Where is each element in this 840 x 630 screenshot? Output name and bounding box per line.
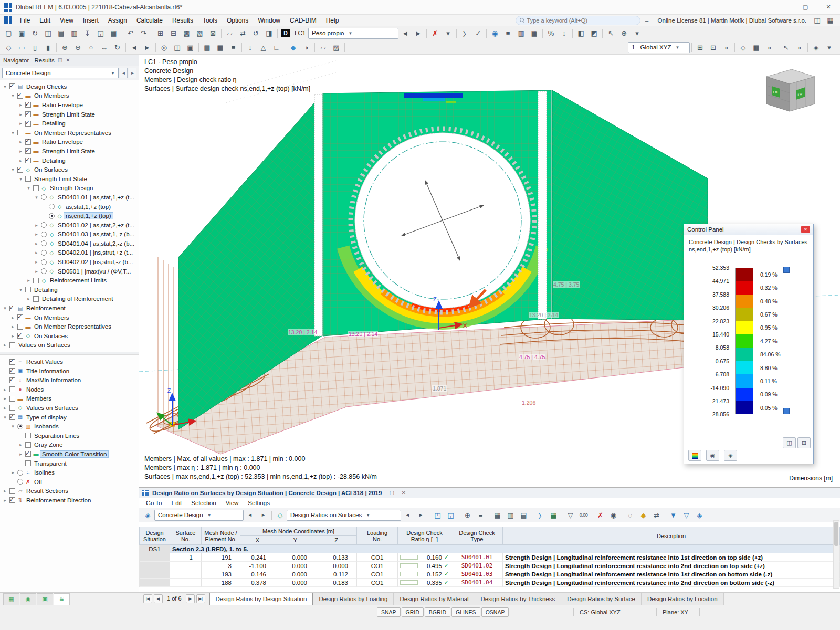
expander-open-icon[interactable]: ▾ <box>2 415 8 420</box>
tree-item-separation-lines[interactable]: Separation Lines <box>0 431 139 440</box>
checkbox[interactable] <box>9 83 15 89</box>
tree-item-design-checks[interactable]: ▾▤Design Checks <box>0 82 139 91</box>
tab-design-ratios-by-design-situation[interactable]: Design Ratios by Design Situation <box>209 593 313 605</box>
notes-icon[interactable]: ▧ <box>193 27 206 39</box>
tree-item-strength-limit-state[interactable]: ▸▬Strength Limit State <box>0 146 139 156</box>
checkbox[interactable] <box>25 111 31 117</box>
checkbox[interactable] <box>25 176 31 182</box>
checkbox[interactable] <box>9 368 15 374</box>
table-view-icon[interactable]: ▦ <box>491 509 504 521</box>
tree-item-type-of-display[interactable]: ▾▦Type of display <box>0 413 139 422</box>
report-composer-icon[interactable]: ▩ <box>180 27 193 39</box>
table-section-row[interactable]: DS1Section 2.3 (LRFD), 1. to 5. <box>139 545 840 553</box>
work-plane-icon[interactable]: ⊡ <box>707 41 720 53</box>
more-view-tools-icon[interactable]: ▾ <box>823 41 836 53</box>
expander-closed-icon[interactable]: ▸ <box>2 387 8 392</box>
tree-item-on-member-representatives[interactable]: ▾▬On Member Representatives <box>0 128 139 138</box>
checkbox[interactable] <box>17 130 23 135</box>
menu-window[interactable]: Window <box>253 15 285 26</box>
tab-design-ratios-by-location[interactable]: Design Ratios by Location <box>641 593 724 605</box>
tree-splitter[interactable] <box>0 352 139 355</box>
shadow-mode-icon[interactable]: ◑ <box>300 41 313 53</box>
table-category-dropdown[interactable]: Concrete Design▼ <box>154 510 244 521</box>
tab-design-ratios-by-loading[interactable]: Design Ratios by Loading <box>312 593 394 605</box>
expander-closed-icon[interactable]: ▸ <box>17 139 24 144</box>
next-table-button[interactable]: ▶ <box>186 594 195 603</box>
scale-color-cell[interactable] <box>735 361 753 374</box>
tree-item-sd0402-01-ns-strut-z-t[interactable]: ▸◇SD0402.01 | |ns,strut,+z (t... <box>0 248 139 258</box>
tree-item-on-members[interactable]: ▾▬On Members <box>0 91 139 101</box>
radio[interactable] <box>17 470 23 476</box>
view-xy-icon[interactable]: ▭ <box>15 41 28 53</box>
panel-options-button[interactable]: ⊞ <box>797 437 811 448</box>
previous-table-button[interactable]: ◀ <box>154 594 163 603</box>
control-panel-toggle-icon[interactable]: ▥ <box>514 27 528 39</box>
tree-item-nodes[interactable]: ▸●Nodes <box>0 385 139 394</box>
isometric-view-icon[interactable]: ◇ <box>2 41 15 53</box>
toggle-grid[interactable]: GRID <box>402 607 424 617</box>
color-scale-options-button[interactable] <box>688 450 701 461</box>
navigator-mode-dropdown[interactable]: Concrete Design▼ <box>2 68 119 78</box>
expander-closed-icon[interactable]: ▸ <box>9 470 16 475</box>
tree-item-on-members[interactable]: ▸▬On Members <box>0 313 139 322</box>
menu-cad-bim[interactable]: CAD-BIM <box>285 15 321 26</box>
scale-color-cell[interactable] <box>735 401 753 414</box>
panel-dock-button[interactable]: ◫ <box>783 437 796 448</box>
export-settings-icon[interactable]: ⇄ <box>650 509 663 521</box>
menu-insert[interactable]: Insert <box>78 15 103 26</box>
render-mode-icon[interactable]: ◧ <box>574 27 587 39</box>
previous-loadcase-icon[interactable]: ◄ <box>398 27 412 39</box>
percent-display-icon[interactable]: % <box>544 27 558 39</box>
tree-item-on-surfaces[interactable]: ▾◇On Surfaces <box>0 165 139 174</box>
coordinate-system-dropdown[interactable]: 1 - Global XYZ▼ <box>628 42 690 53</box>
tree-item-values-on-surfaces[interactable]: ▸Values on Surfaces <box>0 341 139 350</box>
checkbox[interactable] <box>17 324 23 330</box>
expander-closed-icon[interactable]: ▸ <box>33 241 40 246</box>
radio[interactable] <box>41 240 47 246</box>
mesh-display-icon[interactable]: ▦ <box>214 41 227 53</box>
view-xz-icon[interactable]: ▯ <box>28 41 41 53</box>
minimize-button[interactable]: — <box>771 0 794 14</box>
menu-tools[interactable]: Tools <box>198 15 222 26</box>
scale-color-cell[interactable] <box>735 321 753 334</box>
expander-open-icon[interactable]: ▾ <box>25 185 32 191</box>
table-menu-settings[interactable]: Settings <box>243 500 275 506</box>
tree-item-on-surfaces[interactable]: ▸◇On Surfaces <box>0 331 139 341</box>
export-csv-icon[interactable]: ▥ <box>504 509 517 521</box>
menu-results[interactable]: Results <box>167 15 198 26</box>
zoom-out-icon[interactable]: ⊖ <box>71 41 85 53</box>
selection-mode-icon[interactable]: ↖ <box>780 41 793 53</box>
pin-layout-icon[interactable]: ◫ <box>811 15 824 26</box>
more-tools-icon[interactable]: ▾ <box>631 27 644 39</box>
expander-closed-icon[interactable]: ▸ <box>17 149 24 154</box>
table-info-icon[interactable]: ◌ <box>624 509 637 521</box>
radio[interactable] <box>17 424 23 429</box>
checkbox[interactable] <box>9 386 15 392</box>
print-graphic-icon[interactable]: ▤ <box>55 27 68 39</box>
display-properties-icon[interactable]: ◩ <box>587 27 601 39</box>
scale-color-cell[interactable] <box>735 268 753 281</box>
favorites-icon[interactable]: ◈ <box>810 41 823 53</box>
checkbox[interactable] <box>25 460 31 466</box>
first-table-button[interactable]: |◀ <box>143 594 152 603</box>
expander-closed-icon[interactable]: ▸ <box>33 223 40 228</box>
checkbox[interactable] <box>17 167 23 173</box>
checkbox[interactable] <box>25 121 31 127</box>
new-model-icon[interactable]: ▢ <box>2 27 15 39</box>
expander-closed-icon[interactable]: ▸ <box>33 232 40 237</box>
sum-values-icon[interactable]: ∑ <box>534 509 547 521</box>
expander-closed-icon[interactable]: ▸ <box>17 158 24 163</box>
tree-item-strength-limit-state[interactable]: ▾Strength Limit State <box>0 174 139 184</box>
tree-item-on-member-representatives[interactable]: ▸▬On Member Representatives <box>0 322 139 331</box>
tree-item-result-values[interactable]: ≡Result Values <box>0 357 139 366</box>
checkbox[interactable] <box>9 414 15 420</box>
table-menu-go-to[interactable]: Go To <box>141 500 166 506</box>
expander-closed-icon[interactable]: ▸ <box>9 324 16 329</box>
checkbox[interactable] <box>25 139 31 145</box>
scale-color-cell[interactable] <box>735 334 753 348</box>
display-navigator-icon[interactable]: ▤ <box>201 41 214 53</box>
tree-item-off[interactable]: ✗Off <box>0 477 139 487</box>
show-results-icon[interactable]: ◉ <box>488 27 501 39</box>
decimal-places-icon[interactable]: 0.00 <box>577 509 590 521</box>
table-menu-edit[interactable]: Edit <box>166 500 186 506</box>
